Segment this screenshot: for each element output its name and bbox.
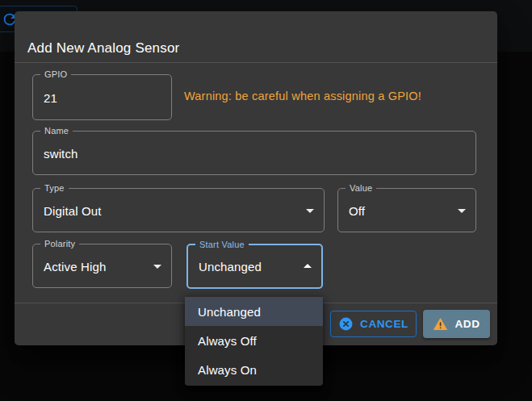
chevron-down-icon xyxy=(458,209,466,213)
gpio-field[interactable]: GPIO 21 xyxy=(32,74,172,120)
polarity-select[interactable]: Polarity Active High xyxy=(32,244,172,288)
type-label: Type xyxy=(40,183,69,194)
menu-item-always-off[interactable]: Always Off xyxy=(185,326,323,355)
type-value: Digital Out xyxy=(44,203,102,217)
menu-item-unchanged[interactable]: Unchanged xyxy=(185,297,323,326)
menu-item-always-on[interactable]: Always On xyxy=(185,355,323,384)
start-value-menu: Unchanged Always Off Always On xyxy=(185,295,323,386)
chevron-down-icon xyxy=(306,209,314,213)
gpio-value: 21 xyxy=(44,90,57,104)
value-label: Value xyxy=(346,183,376,194)
cancel-button-label: CANCEL xyxy=(360,318,408,330)
type-select[interactable]: Type Digital Out xyxy=(32,188,325,232)
polarity-label: Polarity xyxy=(40,239,79,249)
chevron-down-icon xyxy=(153,265,161,269)
start-value-select[interactable]: Start Value Unchanged xyxy=(186,244,323,289)
value-value: Off xyxy=(349,203,365,217)
screen: Add New Analog Sensor GPIO 21 Warning: b… xyxy=(0,0,532,401)
cancel-button[interactable]: CANCEL xyxy=(330,311,417,337)
name-field[interactable]: Name switch xyxy=(32,131,476,175)
warning-triangle-icon xyxy=(433,316,448,332)
add-button[interactable]: ADD xyxy=(423,310,490,338)
chevron-up-icon xyxy=(304,264,312,268)
start-value-value: Unchanged xyxy=(199,260,262,274)
name-label: Name xyxy=(40,126,73,136)
polarity-value: Active High xyxy=(44,259,107,273)
value-select[interactable]: Value Off xyxy=(337,188,476,232)
gpio-label: GPIO xyxy=(40,69,71,80)
start-value-label: Start Value xyxy=(195,240,249,250)
header-divider xyxy=(15,62,497,63)
name-value: switch xyxy=(44,146,78,160)
add-button-label: ADD xyxy=(455,318,480,330)
gpio-warning-text: Warning: be careful when assigning a GPI… xyxy=(184,90,421,102)
dialog-title: Add New Analog Sensor xyxy=(27,40,180,56)
cancel-circle-icon xyxy=(338,316,354,332)
